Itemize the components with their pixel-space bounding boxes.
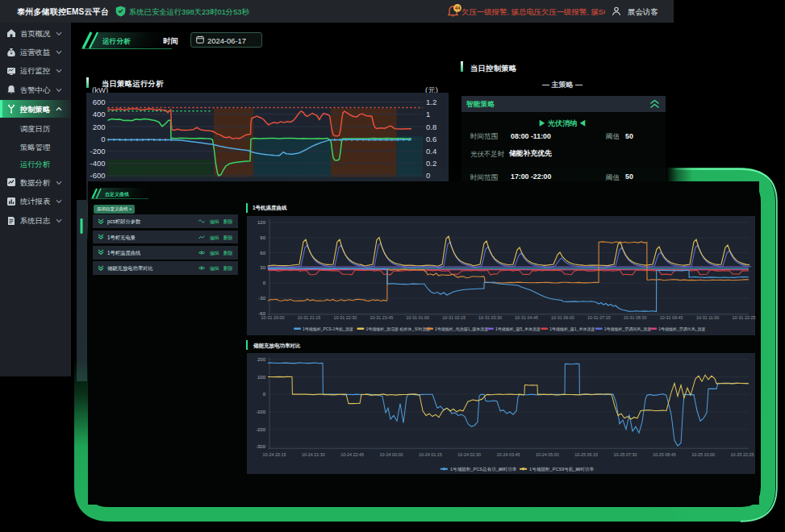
svg-text:1号储能柜_空调出风_温度: 1号储能柜_空调出风_温度 [658, 326, 705, 332]
svg-text:120: 120 [257, 220, 265, 225]
svg-text:10-31 22:30: 10-31 22:30 [333, 315, 357, 320]
svg-text:1号储能柜_簇5_单体温度: 1号储能柜_簇5_单体温度 [495, 326, 540, 332]
svg-text:10-25 08:45: 10-25 08:45 [652, 452, 675, 457]
svg-text:10-25 22:25: 10-25 22:25 [730, 452, 754, 457]
svg-text:90: 90 [260, 235, 265, 240]
svg-text:10-25 06:15: 10-25 06:15 [574, 452, 598, 457]
svg-text:30: 30 [260, 265, 265, 270]
svg-text:1号储能柜_PCS总有功_瞬时功率: 1号储能柜_PCS总有功_瞬时功率 [450, 466, 517, 472]
svg-text:10-31 06:00: 10-31 06:00 [551, 315, 574, 320]
svg-text:0: 0 [262, 281, 265, 285]
svg-text:10-24 00:00: 10-24 00:00 [379, 452, 403, 457]
svg-text:1号储能柜_电池簇1_簇体温度: 1号储能柜_电池簇1_簇体温度 [435, 326, 488, 332]
svg-text:200: 200 [257, 356, 265, 361]
svg-text:10-24 01:15: 10-24 01:15 [418, 452, 441, 457]
svg-text:10-24 02:30: 10-24 02:30 [457, 452, 481, 457]
svg-text:10-31 23:45: 10-31 23:45 [370, 315, 393, 320]
svg-text:10-24 21:30: 10-24 21:30 [301, 452, 324, 457]
svg-text:10-31 09:45: 10-31 09:45 [659, 315, 683, 320]
svg-text:-200: -200 [255, 426, 265, 431]
svg-text:10-31 08:30: 10-31 08:30 [623, 315, 646, 320]
svg-text:10-24 20:15: 10-24 20:15 [262, 452, 286, 457]
svg-text:10-31 22:25: 10-31 22:25 [732, 315, 755, 320]
svg-text:10-31 07:15: 10-31 07:15 [587, 315, 610, 320]
svg-text:10-24 05:00: 10-24 05:00 [535, 452, 558, 457]
svg-text:1号储能柜_空调回风_温度: 1号储能柜_空调回风_温度 [603, 326, 650, 332]
svg-text:10-24 03:45: 10-24 03:45 [496, 452, 520, 457]
svg-text:10-31 04:45: 10-31 04:45 [515, 315, 538, 320]
svg-text:1号储能柜_PCS-1号机_温度: 1号储能柜_PCS-1号机_温度 [303, 326, 353, 332]
svg-text:10-24 22:45: 10-24 22:45 [340, 452, 364, 457]
svg-text:0: 0 [262, 392, 265, 397]
svg-text:10-31 03:30: 10-31 03:30 [478, 315, 502, 320]
svg-text:10-31 01:00: 10-31 01:00 [406, 315, 429, 320]
svg-text:-30: -30 [258, 296, 265, 301]
svg-text:10-31 21:15: 10-31 21:15 [297, 315, 320, 320]
svg-text:-300: -300 [255, 444, 265, 449]
svg-text:100: 100 [257, 374, 265, 379]
svg-text:1号储能柜_PCS9号机_瞬时功率: 1号储能柜_PCS9号机_瞬时功率 [529, 466, 594, 472]
svg-text:-100: -100 [255, 409, 265, 414]
svg-text:10-25 10:00: 10-25 10:00 [691, 452, 715, 457]
svg-text:1号储能柜_簇1_单体温度: 1号储能柜_簇1_单体温度 [549, 326, 595, 332]
svg-text:10-25 07:30: 10-25 07:30 [613, 452, 637, 457]
svg-text:10-31 02:15: 10-31 02:15 [442, 315, 466, 320]
svg-text:60: 60 [260, 251, 265, 256]
svg-text:10-31 20:00: 10-31 20:00 [261, 315, 284, 320]
svg-text:1号储能柜_温湿度-机柜体_实时温度: 1号储能柜_温湿度-机柜体_实时温度 [365, 326, 430, 332]
svg-text:10-31 11:00: 10-31 11:00 [695, 315, 718, 320]
